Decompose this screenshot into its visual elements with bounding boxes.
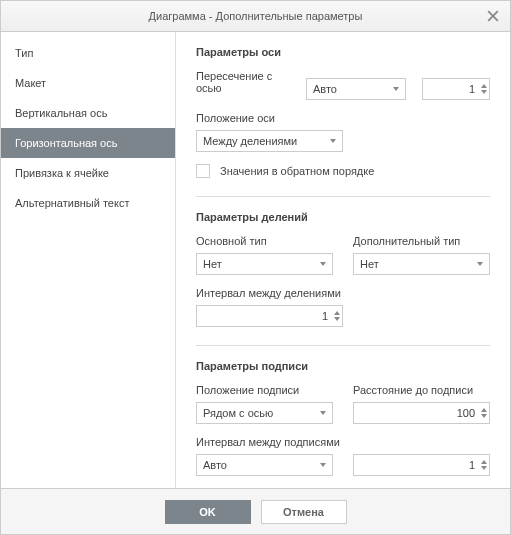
chevron-up-icon[interactable] bbox=[481, 408, 487, 412]
section-labels: Параметры подписи Положение подписи Рядо… bbox=[196, 345, 490, 476]
chevron-down-icon[interactable] bbox=[481, 466, 487, 470]
label-distance-spinner[interactable]: 100 bbox=[353, 402, 490, 424]
dialog-title: Диаграмма - Дополнительные параметры bbox=[149, 10, 363, 22]
section-title-axis: Параметры оси bbox=[196, 46, 490, 58]
sidebar-item-alt[interactable]: Альтернативный текст bbox=[1, 188, 175, 218]
titlebar: Диаграмма - Дополнительные параметры bbox=[1, 1, 510, 32]
chevron-down-icon[interactable] bbox=[334, 317, 340, 321]
dialog: Диаграмма - Дополнительные параметры Тип… bbox=[0, 0, 511, 535]
sidebar-item-haxis[interactable]: Горизонтальная ось bbox=[1, 128, 175, 158]
chevron-down-icon bbox=[320, 411, 326, 415]
chevron-down-icon bbox=[320, 463, 326, 467]
chevron-up-icon[interactable] bbox=[481, 84, 487, 88]
label-interval-mode-value: Авто bbox=[203, 459, 227, 471]
sidebar: Тип Макет Вертикальная ось Горизонтальна… bbox=[1, 32, 176, 488]
label-position-label: Положение подписи bbox=[196, 384, 333, 396]
sidebar-item-label: Макет bbox=[15, 77, 46, 89]
cancel-button[interactable]: Отмена bbox=[261, 500, 347, 524]
crosses-select-value: Авто bbox=[313, 83, 337, 95]
minor-type-select[interactable]: Нет bbox=[353, 253, 490, 275]
label-position-value: Рядом с осью bbox=[203, 407, 273, 419]
sidebar-item-vaxis[interactable]: Вертикальная ось bbox=[1, 98, 175, 128]
content: Параметры оси Пересечение с осью Авто 1 bbox=[176, 32, 510, 488]
chevron-down-icon bbox=[393, 87, 399, 91]
label-interval-spinner[interactable]: 1 bbox=[353, 454, 490, 476]
sidebar-item-type[interactable]: Тип bbox=[1, 38, 175, 68]
label-distance-value: 100 bbox=[360, 407, 481, 419]
sidebar-item-label: Привязка к ячейке bbox=[15, 167, 109, 179]
sidebar-item-label: Альтернативный текст bbox=[15, 197, 129, 209]
label-position-select[interactable]: Рядом с осью bbox=[196, 402, 333, 424]
sidebar-item-label: Тип bbox=[15, 47, 33, 59]
section-title-labels: Параметры подписи bbox=[196, 360, 490, 372]
sidebar-item-label: Горизонтальная ось bbox=[15, 137, 117, 149]
section-title-ticks: Параметры делений bbox=[196, 211, 490, 223]
tick-interval-spinner[interactable]: 1 bbox=[196, 305, 343, 327]
sidebar-item-cell[interactable]: Привязка к ячейке bbox=[1, 158, 175, 188]
section-ticks: Параметры делений Основной тип Нет Допол… bbox=[196, 196, 490, 327]
label-interval-value: 1 bbox=[360, 459, 481, 471]
label-interval-mode-select[interactable]: Авто bbox=[196, 454, 333, 476]
reverse-checkbox[interactable] bbox=[196, 164, 210, 178]
major-type-value: Нет bbox=[203, 258, 222, 270]
crosses-select[interactable]: Авто bbox=[306, 78, 406, 100]
close-icon[interactable] bbox=[484, 7, 502, 25]
chevron-down-icon[interactable] bbox=[481, 90, 487, 94]
major-type-select[interactable]: Нет bbox=[196, 253, 333, 275]
section-axis: Параметры оси Пересечение с осью Авто 1 bbox=[196, 46, 490, 178]
dialog-body: Тип Макет Вертикальная ось Горизонтальна… bbox=[1, 32, 510, 488]
crosses-spinner-value: 1 bbox=[429, 83, 481, 95]
major-type-label: Основной тип bbox=[196, 235, 333, 247]
chevron-down-icon bbox=[320, 262, 326, 266]
chevron-down-icon[interactable] bbox=[481, 414, 487, 418]
crosses-label: Пересечение с осью bbox=[196, 70, 290, 94]
minor-type-label: Дополнительный тип bbox=[353, 235, 490, 247]
axis-position-label: Положение оси bbox=[196, 112, 490, 124]
reverse-label: Значения в обратном порядке bbox=[220, 165, 374, 177]
sidebar-item-layout[interactable]: Макет bbox=[1, 68, 175, 98]
sidebar-item-label: Вертикальная ось bbox=[15, 107, 107, 119]
axis-position-select[interactable]: Между делениями bbox=[196, 130, 343, 152]
chevron-down-icon bbox=[477, 262, 483, 266]
chevron-up-icon[interactable] bbox=[481, 460, 487, 464]
tick-interval-label: Интервал между делениями bbox=[196, 287, 490, 299]
ok-button[interactable]: OK bbox=[165, 500, 251, 524]
tick-interval-value: 1 bbox=[203, 310, 334, 322]
axis-position-value: Между делениями bbox=[203, 135, 297, 147]
chevron-up-icon[interactable] bbox=[334, 311, 340, 315]
label-distance-label: Расстояние до подписи bbox=[353, 384, 490, 396]
label-interval-label: Интервал между подписями bbox=[196, 436, 490, 448]
footer: OK Отмена bbox=[1, 488, 510, 534]
minor-type-value: Нет bbox=[360, 258, 379, 270]
chevron-down-icon bbox=[330, 139, 336, 143]
crosses-spinner[interactable]: 1 bbox=[422, 78, 490, 100]
